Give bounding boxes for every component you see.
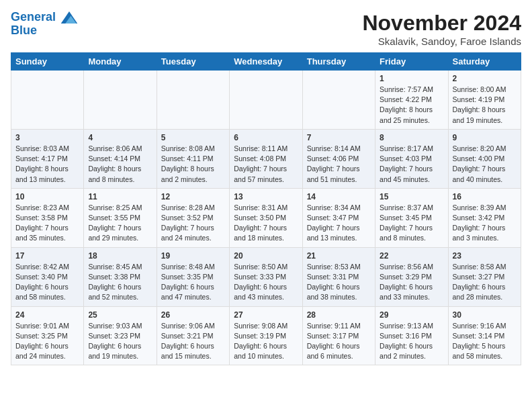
calendar-cell: 12Sunrise: 8:28 AM Sunset: 3:52 PM Dayli… xyxy=(157,188,229,247)
calendar-cell: 10Sunrise: 8:23 AM Sunset: 3:58 PM Dayli… xyxy=(11,188,84,247)
day-number: 28 xyxy=(307,310,371,320)
calendar-cell: 24Sunrise: 9:01 AM Sunset: 3:25 PM Dayli… xyxy=(11,306,84,365)
day-info: Sunrise: 8:00 AM Sunset: 4:19 PM Dayligh… xyxy=(453,85,517,126)
day-info: Sunrise: 8:39 AM Sunset: 3:42 PM Dayligh… xyxy=(453,203,517,244)
day-info: Sunrise: 8:14 AM Sunset: 4:06 PM Dayligh… xyxy=(307,144,371,185)
day-info: Sunrise: 8:06 AM Sunset: 4:14 PM Dayligh… xyxy=(88,144,152,185)
day-info: Sunrise: 8:45 AM Sunset: 3:38 PM Dayligh… xyxy=(88,262,152,303)
day-number: 22 xyxy=(380,251,443,261)
day-number: 8 xyxy=(380,133,443,142)
day-info: Sunrise: 8:56 AM Sunset: 3:29 PM Dayligh… xyxy=(380,262,443,303)
day-number: 18 xyxy=(88,251,152,261)
page-subtitle: Skalavik, Sandoy, Faroe Islands xyxy=(362,36,521,47)
calendar-cell xyxy=(302,71,375,130)
day-number: 2 xyxy=(453,74,517,83)
day-info: Sunrise: 8:20 AM Sunset: 4:00 PM Dayligh… xyxy=(453,144,517,185)
calendar-cell: 16Sunrise: 8:39 AM Sunset: 3:42 PM Dayli… xyxy=(448,188,521,247)
day-number: 19 xyxy=(161,251,225,261)
day-number: 24 xyxy=(15,310,79,320)
calendar-cell: 20Sunrise: 8:50 AM Sunset: 3:33 PM Dayli… xyxy=(230,247,302,306)
day-number: 5 xyxy=(161,133,225,142)
day-info: Sunrise: 9:16 AM Sunset: 3:14 PM Dayligh… xyxy=(453,321,517,362)
day-info: Sunrise: 8:28 AM Sunset: 3:52 PM Dayligh… xyxy=(161,203,225,244)
day-number: 30 xyxy=(453,310,517,320)
day-info: Sunrise: 8:03 AM Sunset: 4:17 PM Dayligh… xyxy=(15,144,79,185)
day-info: Sunrise: 9:01 AM Sunset: 3:25 PM Dayligh… xyxy=(15,321,79,362)
page-title: November 2024 xyxy=(362,11,521,36)
day-info: Sunrise: 9:03 AM Sunset: 3:23 PM Dayligh… xyxy=(88,321,152,362)
day-number: 15 xyxy=(380,192,443,201)
day-number: 4 xyxy=(88,133,152,142)
calendar-cell: 17Sunrise: 8:42 AM Sunset: 3:40 PM Dayli… xyxy=(11,247,84,306)
calendar-cell: 8Sunrise: 8:17 AM Sunset: 4:03 PM Daylig… xyxy=(375,129,448,188)
calendar-cell: 11Sunrise: 8:25 AM Sunset: 3:55 PM Dayli… xyxy=(84,188,157,247)
calendar-cell: 3Sunrise: 8:03 AM Sunset: 4:17 PM Daylig… xyxy=(11,129,84,188)
day-number: 6 xyxy=(234,133,298,142)
calendar-cell: 29Sunrise: 9:13 AM Sunset: 3:16 PM Dayli… xyxy=(375,306,448,365)
calendar-cell: 7Sunrise: 8:14 AM Sunset: 4:06 PM Daylig… xyxy=(302,129,375,188)
day-info: Sunrise: 8:08 AM Sunset: 4:11 PM Dayligh… xyxy=(161,144,225,185)
calendar-cell xyxy=(157,71,229,130)
calendar-cell: 9Sunrise: 8:20 AM Sunset: 4:00 PM Daylig… xyxy=(448,129,521,188)
day-info: Sunrise: 8:48 AM Sunset: 3:35 PM Dayligh… xyxy=(161,262,225,303)
column-header-wednesday: Wednesday xyxy=(230,53,302,71)
day-info: Sunrise: 8:34 AM Sunset: 3:47 PM Dayligh… xyxy=(307,203,371,244)
day-info: Sunrise: 8:23 AM Sunset: 3:58 PM Dayligh… xyxy=(15,203,79,244)
column-header-saturday: Saturday xyxy=(448,53,521,71)
day-number: 27 xyxy=(234,310,298,320)
day-info: Sunrise: 8:17 AM Sunset: 4:03 PM Dayligh… xyxy=(380,144,443,185)
day-number: 1 xyxy=(380,74,443,83)
calendar-cell: 14Sunrise: 8:34 AM Sunset: 3:47 PM Dayli… xyxy=(302,188,375,247)
day-info: Sunrise: 9:06 AM Sunset: 3:21 PM Dayligh… xyxy=(161,321,225,362)
day-number: 21 xyxy=(307,251,371,261)
day-number: 12 xyxy=(161,192,225,201)
day-info: Sunrise: 7:57 AM Sunset: 4:22 PM Dayligh… xyxy=(380,85,443,126)
calendar-cell: 13Sunrise: 8:31 AM Sunset: 3:50 PM Dayli… xyxy=(230,188,302,247)
day-number: 20 xyxy=(234,251,298,261)
day-number: 17 xyxy=(15,251,79,261)
calendar-cell: 26Sunrise: 9:06 AM Sunset: 3:21 PM Dayli… xyxy=(157,306,229,365)
calendar-cell: 4Sunrise: 8:06 AM Sunset: 4:14 PM Daylig… xyxy=(84,129,157,188)
day-number: 7 xyxy=(307,133,371,142)
calendar-cell: 23Sunrise: 8:58 AM Sunset: 3:27 PM Dayli… xyxy=(448,247,521,306)
calendar-cell xyxy=(84,71,157,130)
calendar-cell: 2Sunrise: 8:00 AM Sunset: 4:19 PM Daylig… xyxy=(448,71,521,130)
day-info: Sunrise: 8:31 AM Sunset: 3:50 PM Dayligh… xyxy=(234,203,298,244)
day-number: 29 xyxy=(380,310,443,320)
calendar-cell: 28Sunrise: 9:11 AM Sunset: 3:17 PM Dayli… xyxy=(302,306,375,365)
day-info: Sunrise: 8:53 AM Sunset: 3:31 PM Dayligh… xyxy=(307,262,371,303)
day-info: Sunrise: 9:11 AM Sunset: 3:17 PM Dayligh… xyxy=(307,321,371,362)
day-info: Sunrise: 8:37 AM Sunset: 3:45 PM Dayligh… xyxy=(380,203,443,244)
column-header-monday: Monday xyxy=(84,53,157,71)
day-info: Sunrise: 9:13 AM Sunset: 3:16 PM Dayligh… xyxy=(380,321,443,362)
day-number: 23 xyxy=(453,251,517,261)
day-number: 10 xyxy=(15,192,79,201)
column-header-tuesday: Tuesday xyxy=(157,53,229,71)
day-info: Sunrise: 8:58 AM Sunset: 3:27 PM Dayligh… xyxy=(453,262,517,303)
logo-line2: Blue xyxy=(11,24,78,38)
calendar-cell: 21Sunrise: 8:53 AM Sunset: 3:31 PM Dayli… xyxy=(302,247,375,306)
column-header-thursday: Thursday xyxy=(302,53,375,71)
day-number: 16 xyxy=(453,192,517,201)
calendar-cell: 25Sunrise: 9:03 AM Sunset: 3:23 PM Dayli… xyxy=(84,306,157,365)
calendar-cell: 18Sunrise: 8:45 AM Sunset: 3:38 PM Dayli… xyxy=(84,247,157,306)
day-info: Sunrise: 8:11 AM Sunset: 4:08 PM Dayligh… xyxy=(234,144,298,185)
day-number: 11 xyxy=(88,192,152,201)
day-number: 3 xyxy=(15,133,79,142)
day-number: 26 xyxy=(161,310,225,320)
calendar-cell: 5Sunrise: 8:08 AM Sunset: 4:11 PM Daylig… xyxy=(157,129,229,188)
column-header-sunday: Sunday xyxy=(11,53,84,71)
calendar-cell: 6Sunrise: 8:11 AM Sunset: 4:08 PM Daylig… xyxy=(230,129,302,188)
calendar-cell xyxy=(11,71,84,130)
calendar-cell: 30Sunrise: 9:16 AM Sunset: 3:14 PM Dayli… xyxy=(448,306,521,365)
calendar-cell: 27Sunrise: 9:08 AM Sunset: 3:19 PM Dayli… xyxy=(230,306,302,365)
calendar-cell xyxy=(230,71,302,130)
calendar-cell: 19Sunrise: 8:48 AM Sunset: 3:35 PM Dayli… xyxy=(157,247,229,306)
day-number: 13 xyxy=(234,192,298,201)
day-info: Sunrise: 8:50 AM Sunset: 3:33 PM Dayligh… xyxy=(234,262,298,303)
calendar-cell: 15Sunrise: 8:37 AM Sunset: 3:45 PM Dayli… xyxy=(375,188,448,247)
column-header-friday: Friday xyxy=(375,53,448,71)
day-info: Sunrise: 8:25 AM Sunset: 3:55 PM Dayligh… xyxy=(88,203,152,244)
day-number: 9 xyxy=(453,133,517,142)
day-number: 25 xyxy=(88,310,152,320)
